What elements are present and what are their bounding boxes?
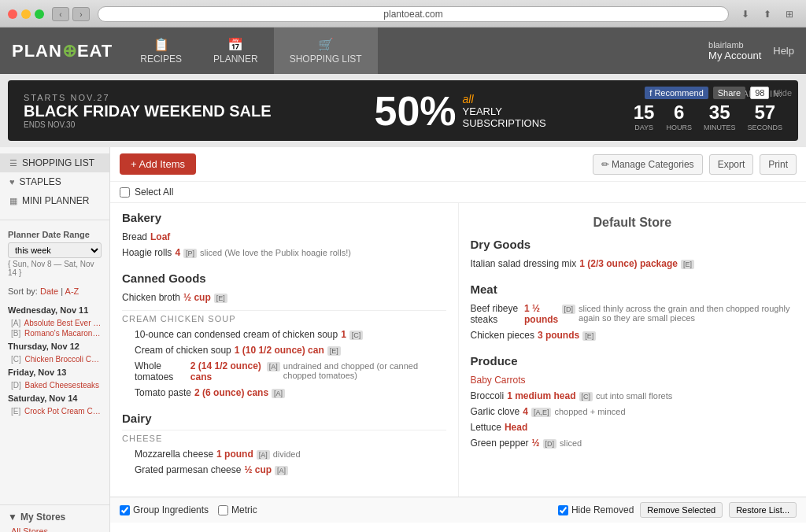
share-button[interactable]: Share [713,87,745,99]
hours-label: HOURS [666,124,692,131]
item-chicken-pieces: Chicken pieces 3 pounds [E] [471,327,795,343]
sort-by-date[interactable]: Date [40,286,58,296]
help-link[interactable]: Help [773,45,794,57]
main-layout: ☰ SHOPPING LIST ♥ STAPLES ▦ MINI PLANNER… [0,147,806,532]
list-icon: ☰ [9,158,17,168]
hide-removed-checkbox[interactable] [558,505,568,515]
app-header: PLAN⊕EAT 📋 RECIPES 📅 PLANNER 🛒 SHOPPING … [0,28,806,74]
select-all-checkbox[interactable] [120,187,130,198]
sidebar-divider-1 [0,220,109,220]
fullscreen-button[interactable] [35,9,44,19]
metric-checkbox[interactable] [218,505,228,515]
canned-goods-section: Canned Goods Chicken broth ½ cup [E] CRE… [122,272,446,401]
close-button[interactable] [8,9,17,19]
print-button[interactable]: Print [760,154,797,175]
my-stores-label: My Stores [20,512,65,523]
sidebar-item-mini-planner[interactable]: ▦ MINI PLANNER [0,191,109,210]
whole-tomatoes-qty: 2 (14 1/2 ounce) cans [190,360,264,382]
hours-value: 6 [666,102,692,124]
add-items-button[interactable]: + Add Items [120,153,196,175]
forward-button[interactable]: › [72,7,90,21]
tomato-paste-badge: [A] [272,389,285,398]
stores-list: All Stores Default Store Kroger [8,526,102,532]
planner-icon: 📅 [227,37,243,52]
countdown-nums: 15 DAYS 6 HOURS 35 MINUTES 57 SECONDS [634,102,782,131]
sort-section: Sort by: Date | A-Z [0,283,109,299]
hoagie-qty: 4 [175,247,180,258]
tab-recipes[interactable]: 📋 RECIPES [124,28,198,74]
manage-categories-button[interactable]: ✏ Manage Categories [593,154,703,175]
date-range-select[interactable]: this week [8,242,102,258]
italian-dressing-badge: [E] [681,260,694,269]
date-range-label: Planner Date Range [8,230,102,239]
sidebar-item-shopping-list[interactable]: ☰ SHOPPING LIST [0,153,109,172]
banner-starts: STARTS NOV.27 [24,93,271,102]
lettuce-qty: Head [505,422,527,433]
back-button[interactable]: ‹ [52,7,69,21]
sidebar-mini-planner-label: MINI PLANNER [22,195,89,206]
mozzarella-qty: 1 pound [216,449,253,460]
traffic-lights [8,9,44,19]
restore-list-button[interactable]: Restore List... [729,502,797,518]
remove-selected-button[interactable]: Remove Selected [640,502,723,518]
planner-entry-2-0[interactable]: [D] Baked Cheesesteaks [0,380,109,390]
entry-tag-0-0: [A] [11,319,20,327]
export-button[interactable]: Export [709,154,754,175]
entry-text-0-1: Romano's Macaroni Grill R... [24,329,109,338]
store-all-stores[interactable]: All Stores [11,526,102,532]
banner-social: f Recommend Share 98 Hide [645,87,792,99]
sidebar-item-staples[interactable]: ♥ STAPLES [0,172,109,191]
garlic-badge: [A,E] [531,408,552,417]
tab-shopping-list[interactable]: 🛒 SHOPPING LIST [274,28,378,74]
select-all-row: Select All [110,182,806,203]
garlic-name: Garlic clove [471,406,520,417]
group-ingredients-label: Group Ingredients [133,504,209,515]
minutes-label: MINUTES [704,124,736,131]
sort-by-az[interactable]: A-Z [65,286,79,296]
broccoli-qty: 1 medium head [507,390,575,401]
recommend-button[interactable]: f Recommend [645,87,708,99]
days-label: DAYS [634,124,655,131]
planner-entry-0-1[interactable]: [B] Romano's Macaroni Grill R... [0,328,109,338]
chicken-broth-qty: ½ cup [183,292,211,303]
footer-right-btns: Hide Removed Remove Selected Restore Lis… [558,502,797,518]
minimize-button[interactable] [21,9,31,19]
bread-qty[interactable]: Loaf [150,231,170,242]
hoagie-badge: [P] [183,249,197,258]
baby-carrots-name[interactable]: Baby Carrots [471,375,526,386]
hide-banner-button[interactable]: Hide [774,88,792,98]
address-bar[interactable]: plantoeat.com [98,6,729,22]
like-count: 98 [750,87,769,99]
share-icon[interactable]: ⬆ [759,7,776,21]
store-header: Default Store [471,211,795,238]
minutes-value: 35 [704,102,736,124]
select-all-label[interactable]: Select All [135,187,173,198]
browser-chrome: ‹ › plantoeat.com ⬇ ⬆ ⊞ [0,0,806,28]
planner-day-thu: Thursday, Nov 12 [C] Chicken Broccoli Ca… [0,338,109,364]
planner-entry-0-0[interactable]: [A] Absolute Best Ever Lasag... [0,318,109,328]
my-account-link[interactable]: My Account [708,50,761,61]
planner-entry-3-0[interactable]: [E] Crock Pot Cream Chees... [0,406,109,416]
bakery-header: Bakery [122,211,446,224]
item-chicken-broth: Chicken broth ½ cup [E] [122,290,446,305]
banner-percent: 50% [374,91,456,131]
broccoli-detail: cut into small florets [596,391,672,401]
planner-day-header-sat: Saturday, Nov 14 [0,390,109,406]
user-info: blairlamb My Account [708,40,761,61]
sidebar: ☰ SHOPPING LIST ♥ STAPLES ▦ MINI PLANNER… [0,147,110,532]
cheese-subheader: CHEESE [122,430,446,443]
italian-dressing-qty: 1 (2/3 ounce) package [579,258,678,269]
tomato-paste-qty: 2 (6 ounce) cans [194,387,268,398]
mini-planner-icon: ▦ [9,196,17,206]
beef-steaks-badge: [D] [562,305,576,314]
metric-check: Metric [218,504,257,515]
shopping-columns: Bakery Bread Loaf Hoagie rolls 4 [P] sli… [110,203,806,497]
cream-chicken-name: Cream of chicken soup [135,345,231,356]
chicken-broth-name: Chicken broth [122,292,180,303]
group-ingredients-checkbox[interactable] [120,505,130,515]
tab-planner[interactable]: 📅 PLANNER [198,28,274,74]
planner-entry-1-0[interactable]: [C] Chicken Broccoli Casserole... [0,354,109,364]
download-icon[interactable]: ⬇ [737,7,754,21]
green-pepper-qty: ½ [532,438,540,449]
new-tab-icon[interactable]: ⊞ [781,7,798,21]
